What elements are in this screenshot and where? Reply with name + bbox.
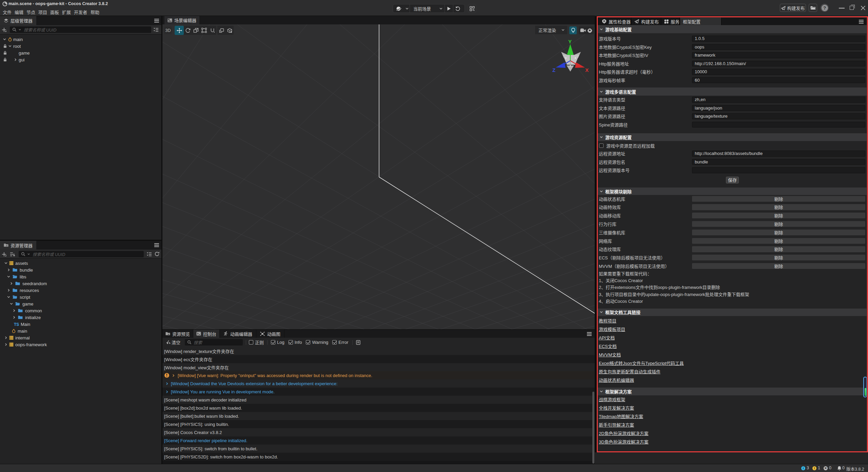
svg-text:Y: Y bbox=[568, 39, 572, 44]
svg-text:X: X bbox=[585, 67, 589, 73]
svg-text:Z: Z bbox=[552, 67, 555, 73]
